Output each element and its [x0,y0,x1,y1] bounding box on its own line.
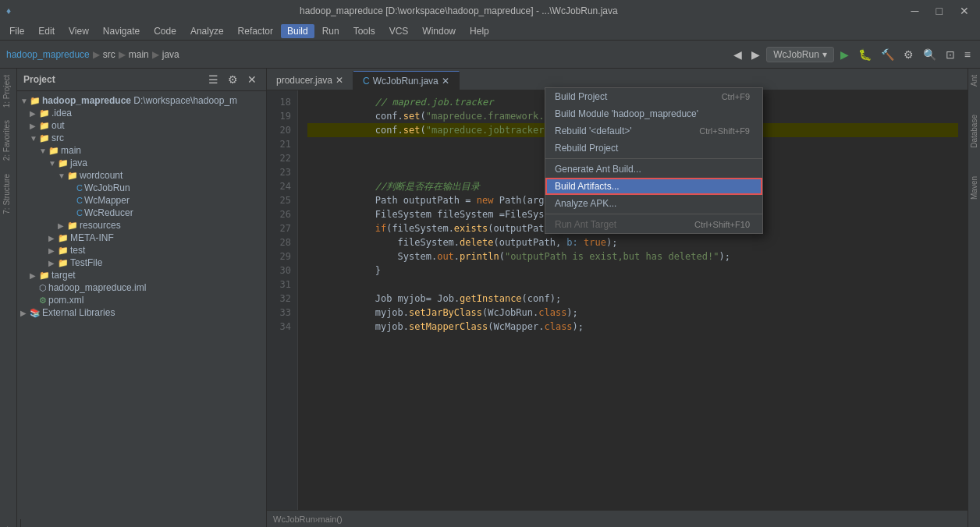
java-file-icon: C [363,76,370,87]
panel-icons: ☰ ⚙ ✕ [205,72,260,87]
menu-code[interactable]: Code [147,24,183,38]
menu-help[interactable]: Help [463,24,495,38]
tab-close-icon[interactable]: ✕ [336,75,343,86]
menu-build-project[interactable]: Build Project Ctrl+F9 [545,88,762,105]
window-title: hadoop_mapreduce [D:\workspace\hadoop_ma… [11,5,906,16]
tree-item-iml[interactable]: ⬡ hadoop_mapreduce.iml [17,281,266,294]
menu-vcs[interactable]: VCS [383,24,415,38]
breadcrumb-java[interactable]: java [162,49,179,60]
breadcrumb-project[interactable]: hadoop_mapreduce [6,49,90,60]
tree-item-pom[interactable]: ⚙ pom.xml [17,294,266,306]
tree-item-src[interactable]: ▼ 📁 src [17,132,266,144]
build-button[interactable]: 🔨 [878,47,897,62]
code-line-34: myjob.setMapperClass(WcMapper.class); [307,320,958,334]
tree-item-idea[interactable]: ▶ 📁 .idea [17,107,266,119]
frame-deactivate-button[interactable]: ⊡ [943,47,958,62]
main-container: 1: Project 2: Favorites 7: Structure Pro… [0,69,980,527]
tab-producer[interactable]: producer.java ✕ [267,71,353,90]
menu-tools[interactable]: Tools [347,24,382,38]
tree-item-wcjobrun[interactable]: C WcJobRun [17,182,266,194]
tab-structure[interactable]: 7: Structure [0,168,16,221]
tab-project[interactable]: 1: Project [0,69,16,114]
panel-close-icon[interactable]: ✕ [244,72,260,87]
maximize-button[interactable]: □ [932,3,947,19]
menu-build-module[interactable]: Build Module 'hadoop_mapreduce' [545,105,762,122]
tree-item-test[interactable]: ▶ 📁 test [17,244,266,256]
breadcrumb-method: main() [318,515,342,524]
panel-toggle-icon[interactable]: ☰ [205,72,222,87]
tree-item-external-libs[interactable]: ▶ 📚 External Libraries [17,306,266,319]
run-config-label: WcJobRun [773,49,819,60]
tab-label: WcJobRun.java [373,76,439,87]
close-button[interactable]: ✕ [955,3,974,19]
tab-favorites[interactable]: 2: Favorites [0,114,16,167]
tab-label: producer.java [276,75,332,86]
menu-rebuild-default[interactable]: Rebuild '<default>' Ctrl+Shift+F9 [545,122,762,140]
bottom-left-icons: ▶ ⊡ [0,519,21,528]
forward-button[interactable]: ▶ [748,47,763,62]
menu-navigate[interactable]: Navigate [97,24,146,38]
tree-item-main[interactable]: ▼ 📁 main [17,144,266,157]
tree-item-testfile[interactable]: ▶ 📁 TestFile [17,256,266,269]
menu-file[interactable]: File [3,24,30,38]
code-line-28: fileSystem.delete(outputPath, b: true); [307,235,958,249]
tab-close-icon[interactable]: ✕ [442,76,449,87]
search-everywhere-button[interactable]: 🔍 [920,47,939,62]
menu-analyze-apk[interactable]: Analyze APK... [545,195,762,212]
rebuild-project-label: Rebuild Project [555,143,618,154]
tree-item-java[interactable]: ▼ 📁 java [17,157,266,169]
code-line-31 [307,278,958,292]
expand-icon: ▼ [20,97,28,105]
menu-refactor[interactable]: Refactor [232,24,279,38]
tree-item-root[interactable]: ▼ 📁 hadoop_mapreduce D:\workspace\hadoop… [17,94,266,107]
menu-build[interactable]: Build [281,24,314,38]
menu-run-ant[interactable]: Run Ant Target Ctrl+Shift+F10 [545,216,762,233]
ant-tab[interactable]: Ant [968,69,980,93]
panel-config-icon[interactable]: ⚙ [225,72,241,87]
menu-run[interactable]: Run [316,24,346,38]
run-icon[interactable]: ▶ [2,521,19,528]
toolbar: hadoop_mapreduce ▶ src ▶ main ▶ java ◀ ▶… [0,41,980,69]
back-button[interactable]: ◀ [730,47,745,62]
code-line-33: myjob.setJarByClass(WcJobRun.class); [307,306,958,320]
folder-icon: 📁 [30,96,41,106]
menu-edit[interactable]: Edit [32,24,61,38]
panel-header: Project ☰ ⚙ ✕ [17,69,266,91]
database-tab[interactable]: Database [968,108,980,154]
tree-item-out[interactable]: ▶ 📁 out [17,119,266,132]
build-menu: Build Project Ctrl+F9 Build Module 'hado… [545,87,763,234]
tree-item-wcmapper[interactable]: C WcMapper [17,194,266,207]
more-tools-button[interactable]: ≡ [961,47,974,62]
maven-tab[interactable]: Maven [968,170,980,206]
tree-item-resources[interactable]: ▶ 📁 resources [17,219,266,232]
menu-bar: File Edit View Navigate Code Analyze Ref… [0,22,980,41]
menu-view[interactable]: View [62,24,95,38]
breadcrumb-src[interactable]: src [103,49,115,60]
breadcrumb-main[interactable]: main [129,49,149,60]
menu-analyze[interactable]: Analyze [184,24,230,38]
project-panel: Project ☰ ⚙ ✕ ▼ 📁 hadoop_mapreduce D:\wo… [17,69,267,527]
code-line-30: } [307,264,958,278]
menu-window[interactable]: Window [416,24,462,38]
tab-wcjobrun[interactable]: C WcJobRun.java ✕ [353,71,460,90]
tree-item-metainf[interactable]: ▶ 📁 META-INF [17,232,266,244]
tree-item-wcreducer[interactable]: C WcReducer [17,207,266,219]
title-bar-controls: ─ □ ✕ [907,3,974,19]
breadcrumb-class: WcJobRun [273,515,315,524]
run-button[interactable]: ▶ [837,47,852,62]
right-sidebar: Ant Database Maven [968,69,980,527]
debug-button[interactable]: 🐛 [855,47,875,62]
menu-rebuild-project[interactable]: Rebuild Project [545,140,762,157]
breadcrumb: hadoop_mapreduce ▶ src ▶ main ▶ java [6,49,179,60]
dropdown-arrow-icon: ▾ [822,49,827,60]
run-config-selector[interactable]: WcJobRun ▾ [766,47,834,62]
tree-item-wordcount[interactable]: ▼ 📁 wordcount [17,169,266,182]
project-tree: ▼ 📁 hadoop_mapreduce D:\workspace\hadoop… [17,91,266,527]
menu-generate-ant[interactable]: Generate Ant Build... [545,161,762,178]
editor-breadcrumb: WcJobRun › main() [267,510,968,527]
panel-title: Project [23,74,202,85]
tree-item-target[interactable]: ▶ 📁 target [17,269,266,281]
menu-build-artifacts[interactable]: Build Artifacts... [545,178,762,195]
minimize-button[interactable]: ─ [907,3,924,19]
settings-button[interactable]: ⚙ [900,47,917,62]
